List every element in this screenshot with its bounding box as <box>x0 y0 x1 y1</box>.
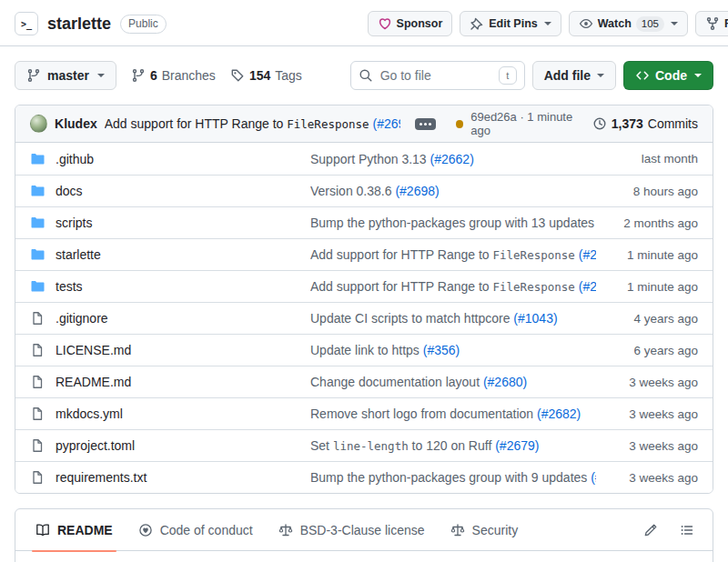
commit-message-link[interactable]: Remove short logo from documentation <box>310 406 537 421</box>
edit-pins-button[interactable]: Edit Pins <box>460 11 561 36</box>
file-name-link[interactable]: docs <box>56 184 83 198</box>
commit-date: 3 weeks ago <box>596 407 698 421</box>
file-name-link[interactable]: starlette <box>56 247 101 262</box>
commit-message-cell: Add support for HTTP Range to FileRespon… <box>310 279 596 294</box>
code-button[interactable]: Code <box>623 61 713 90</box>
file-name-link[interactable]: mkdocs.yml <box>56 406 123 421</box>
repo-toolbar: master 6 Branches 154 Tags t Add fi <box>0 46 728 90</box>
sponsor-button[interactable]: Sponsor <box>368 11 453 36</box>
issue-link[interactable]: (#2680) <box>483 375 527 389</box>
table-row: mkdocs.yml Remove short logo from docume… <box>15 397 713 429</box>
file-name-link[interactable]: requirements.txt <box>56 470 147 485</box>
issue-link[interactable]: (#2697) <box>579 279 596 294</box>
issue-link[interactable]: (#356) <box>423 343 460 357</box>
file-name-link[interactable]: .github <box>56 152 94 166</box>
issue-link[interactable]: (#2698) <box>395 184 439 198</box>
file-name-link[interactable]: .gitignore <box>56 311 108 326</box>
fork-icon <box>705 16 720 31</box>
folder-icon <box>30 247 45 262</box>
commit-date: 8 hours ago <box>596 185 698 198</box>
readme-section: README Code of conduct BSD-3-Clause lice… <box>15 508 713 562</box>
readme-tab-bar: README Code of conduct BSD-3-Clause lice… <box>15 509 713 551</box>
heart-icon <box>378 16 392 31</box>
tab-license-label: BSD-3-Clause license <box>300 523 425 537</box>
repo-header: >_ starlette Public Sponsor Edit Pins Wa… <box>0 0 728 45</box>
commit-message-link[interactable]: Set line-length to 120 on Ruff <box>310 438 495 453</box>
commit-message-cell: Remove short logo from documentation (#2… <box>310 406 596 421</box>
chevron-down-icon <box>671 22 678 25</box>
issue-link[interactable]: (#2697) <box>579 247 596 262</box>
issue-link[interactable]: (#2662) <box>430 152 474 166</box>
issue-link[interactable]: (#2697) <box>373 116 400 131</box>
repo-header-left: >_ starlette Public <box>15 12 167 35</box>
repo-avatar[interactable]: >_ <box>15 12 38 35</box>
commit-message-link[interactable]: Support Python 3.13 <box>310 152 430 166</box>
branches-link[interactable]: 6 Branches <box>131 68 216 83</box>
add-file-button[interactable]: Add file <box>532 61 616 90</box>
visibility-badge: Public <box>120 15 167 34</box>
commit-message-cell: Version 0.38.6 (#2698) <box>310 184 596 198</box>
file-name-cell: LICENSE.md <box>30 343 310 357</box>
file-browser: Kludex Add support for HTTP Range to Fil… <box>15 105 713 494</box>
law-icon <box>450 523 465 537</box>
code-icon <box>635 68 650 83</box>
avatar[interactable] <box>30 115 47 133</box>
watch-button[interactable]: Watch 105 <box>569 11 688 36</box>
commit-message-link[interactable]: Add support for HTTP Range to <box>105 116 288 131</box>
fork-button[interactable]: Fork <box>695 11 728 36</box>
folder-icon <box>30 152 45 166</box>
tab-license[interactable]: BSD-3-Clause license <box>269 509 434 551</box>
file-icon <box>30 406 45 421</box>
commit-message-link[interactable]: Version 0.38.6 <box>310 184 395 198</box>
repo-title-link[interactable]: starlette <box>47 15 111 34</box>
commit-message-link[interactable]: Update CI scripts to match httpcore <box>310 311 513 326</box>
tab-readme[interactable]: README <box>26 509 122 551</box>
issue-link[interactable]: (#2682) <box>537 406 581 421</box>
commit-message-link[interactable]: Change documentation layout <box>310 375 483 389</box>
commit-message-link[interactable]: Bump the python-packages group with 13 u… <box>310 216 596 230</box>
fork-button-label: Fork <box>724 17 728 30</box>
tab-code-of-conduct[interactable]: Code of conduct <box>129 509 262 551</box>
table-row: README.md Change documentation layout (#… <box>15 366 713 397</box>
commit-meta: 69ed26a · 1 minute ago 1,373 Commits <box>470 110 698 137</box>
chevron-down-icon <box>694 74 702 77</box>
file-name-link[interactable]: README.md <box>56 375 131 389</box>
commit-history-link[interactable]: 1,373 Commits <box>592 116 698 131</box>
repo-header-actions: Sponsor Edit Pins Watch 105 Fork <box>368 11 728 36</box>
list-icon[interactable] <box>676 519 698 541</box>
commit-sha-time[interactable]: 69ed26a · 1 minute ago <box>470 110 583 137</box>
branch-selector[interactable]: master <box>15 61 116 90</box>
commit-message-cell: Bump the python-packages group with 9 up… <box>310 470 596 485</box>
commit-message-cell: Add support for HTTP Range to FileRespon… <box>310 247 596 262</box>
add-file-button-label: Add file <box>544 68 591 83</box>
tab-security[interactable]: Security <box>441 509 528 551</box>
tags-label: Tags <box>275 68 302 83</box>
file-name-link[interactable]: tests <box>56 279 83 294</box>
commit-message-cell: Support Python 3.13 (#2662) <box>310 152 596 166</box>
pencil-icon[interactable] <box>640 519 662 541</box>
file-name-cell: requirements.txt <box>30 470 310 485</box>
commits-label: Commits <box>648 116 698 131</box>
file-name-link[interactable]: scripts <box>56 216 92 230</box>
issue-link[interactable]: (#2679) <box>495 438 539 453</box>
commit-date: 1 minute ago <box>596 280 698 294</box>
goto-file-input[interactable] <box>379 67 493 84</box>
commit-author-link[interactable]: Kludex <box>55 116 97 131</box>
commit-date: 3 weeks ago <box>596 471 698 485</box>
tags-link[interactable]: 154 Tags <box>230 68 302 83</box>
branches-count: 6 <box>150 68 157 83</box>
file-name-cell: pyproject.toml <box>30 438 310 453</box>
file-name-cell: mkdocs.yml <box>30 406 310 421</box>
commit-message-link[interactable]: Bump the python-packages group with 9 up… <box>310 470 591 485</box>
issue-link[interactable]: (#1043) <box>513 311 557 326</box>
tab-code-of-conduct-label: Code of conduct <box>160 523 253 537</box>
kebab-icon[interactable] <box>415 118 436 130</box>
commit-message-link[interactable]: Update link to https <box>310 343 423 357</box>
commit-message-link[interactable]: Add support for HTTP Range to FileRespon… <box>310 247 579 262</box>
code-button-label: Code <box>655 68 687 83</box>
commit-message-link[interactable]: Add support for HTTP Range to FileRespon… <box>310 279 579 294</box>
commit-message-code: FileResponse <box>287 117 369 131</box>
file-name-link[interactable]: pyproject.toml <box>56 438 135 453</box>
file-name-link[interactable]: LICENSE.md <box>56 343 131 357</box>
status-pending-dot[interactable] <box>456 120 464 128</box>
